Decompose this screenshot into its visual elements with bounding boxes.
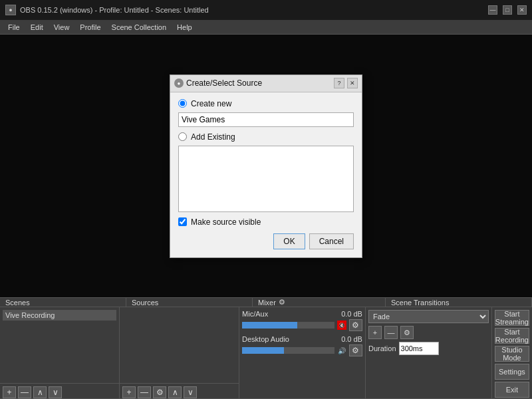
dialog-close-button[interactable]: ✕ — [347, 78, 358, 88]
make-visible-row: Make source visible — [178, 217, 354, 227]
mixer-mic-gear-button[interactable]: ⚙ — [349, 319, 362, 331]
start-recording-button[interactable]: Start Recording — [495, 328, 529, 344]
create-new-radio[interactable] — [178, 99, 187, 108]
fade-row: Fade — [368, 310, 489, 323]
sources-add-button[interactable]: + — [122, 386, 136, 398]
sources-gear-button[interactable]: ⚙ — [153, 386, 166, 398]
scenes-panel-label: Scenes — [0, 298, 126, 307]
mixer-channel-mic: Mic/Aux 0.0 dB 🔇 ⚙ — [242, 310, 362, 331]
mixer-mic-track — [242, 322, 334, 329]
title-bar: ● OBS 0.15.2 (windows) - Profile: Untitl… — [0, 0, 532, 20]
mixer-panel: Mic/Aux 0.0 dB 🔇 ⚙ Desktop Audio 0.0 dB — [239, 307, 366, 399]
scenes-controls: + — ∧ ∨ — [0, 383, 119, 399]
mixer-channel-mic-header: Mic/Aux 0.0 dB — [242, 310, 362, 318]
dialog-titlebar-right: ? ✕ — [334, 78, 358, 88]
mixer-desktop-name: Desktop Audio — [242, 335, 289, 343]
bottom-section: Scenes Sources Mixer ⚙ Scene Transitions… — [0, 297, 532, 398]
mixer-desktop-fill — [242, 347, 284, 354]
scenes-down-button[interactable]: ∨ — [49, 386, 62, 398]
sources-panel-label: Sources — [126, 298, 253, 307]
mixer-mic-db: 0.0 dB — [341, 310, 362, 318]
mixer-desktop-gear-button[interactable]: ⚙ — [349, 344, 362, 356]
restore-button[interactable]: □ — [503, 5, 512, 15]
mixer-mic-name: Mic/Aux — [242, 310, 268, 318]
sources-remove-button[interactable]: — — [138, 386, 151, 398]
panels-row: Vive Recording + — ∧ ∨ + — ⚙ ∧ ∨ — [0, 307, 532, 399]
dialog-info-icon[interactable]: ? — [334, 78, 344, 88]
transitions-gear-button[interactable]: ⚙ — [400, 326, 414, 339]
mixer-channel-desktop: Desktop Audio 0.0 dB 🔊 ⚙ — [242, 335, 362, 356]
menu-help[interactable]: Help — [172, 22, 198, 33]
mixer-mic-mute-button[interactable]: 🔇 — [337, 321, 346, 330]
fade-select[interactable]: Fade — [368, 310, 489, 323]
scenes-remove-button[interactable]: — — [18, 386, 31, 398]
make-visible-checkbox[interactable] — [178, 217, 187, 226]
transitions-remove-button[interactable]: — — [384, 326, 398, 339]
sources-panel: + — ⚙ ∧ ∨ — [120, 307, 239, 399]
mixer-channel-desktop-header: Desktop Audio 0.0 dB — [242, 335, 362, 343]
menu-file[interactable]: File — [3, 22, 25, 33]
menu-edit[interactable]: Edit — [25, 22, 49, 33]
sources-down-button[interactable]: ∨ — [184, 386, 197, 398]
scenes-up-button[interactable]: ∧ — [33, 386, 47, 398]
transitions-panel-label: Scene Transitions — [386, 298, 532, 307]
preview-area: ● Create/Select Source ? ✕ Create new Ad… — [0, 35, 532, 297]
menu-profile[interactable]: Profile — [74, 22, 106, 33]
mixer-desktop-bar-row: 🔊 ⚙ — [242, 344, 362, 356]
dialog-buttons: OK Cancel — [178, 233, 354, 249]
app-icon: ● — [5, 5, 16, 15]
add-existing-label: Add Existing — [191, 132, 235, 142]
add-existing-radio[interactable] — [178, 132, 187, 141]
dialog-titlebar-left: ● Create/Select Source — [174, 78, 262, 88]
mixer-mic-bar-row: 🔇 ⚙ — [242, 319, 362, 331]
menu-scene-collection[interactable]: Scene Collection — [106, 22, 172, 33]
menu-view[interactable]: View — [49, 22, 75, 33]
dialog-title: Create/Select Source — [186, 78, 262, 88]
sources-controls: + — ⚙ ∧ ∨ — [120, 383, 239, 399]
source-name-input[interactable] — [178, 112, 354, 127]
minimize-button[interactable]: — — [488, 5, 497, 15]
trans-btn-row: + — ⚙ — [368, 326, 489, 339]
mixer-mic-fill — [242, 322, 297, 329]
mixer-gear-icon[interactable]: ⚙ — [279, 298, 285, 307]
scene-item[interactable]: Vive Recording — [3, 310, 116, 321]
scenes-panel: Vive Recording + — ∧ ∨ — [0, 307, 120, 399]
mixer-desktop-vol-button[interactable]: 🔊 — [337, 346, 346, 355]
studio-mode-button[interactable]: Studio Mode — [495, 346, 529, 362]
close-button[interactable]: ✕ — [517, 5, 527, 15]
sources-up-button[interactable]: ∧ — [168, 386, 182, 398]
start-streaming-button[interactable]: Start Streaming — [495, 310, 529, 326]
add-existing-row: Add Existing — [178, 132, 354, 142]
exit-button[interactable]: Exit — [495, 382, 529, 398]
dialog-overlay: ● Create/Select Source ? ✕ Create new Ad… — [0, 35, 532, 297]
make-visible-label: Make source visible — [191, 217, 261, 227]
duration-row: Duration — [368, 342, 489, 355]
transitions-add-button[interactable]: + — [368, 326, 382, 339]
dialog-app-icon: ● — [174, 78, 184, 88]
duration-label: Duration — [368, 344, 396, 352]
create-new-row: Create new — [178, 99, 354, 108]
window-title: OBS 0.15.2 (windows) - Profile: Untitled… — [20, 6, 209, 14]
title-bar-left: ● OBS 0.15.2 (windows) - Profile: Untitl… — [5, 5, 209, 15]
existing-sources-list[interactable] — [178, 146, 354, 212]
ok-button[interactable]: OK — [273, 233, 305, 249]
title-bar-controls: — □ ✕ — [488, 5, 527, 15]
dialog-titlebar: ● Create/Select Source ? ✕ — [170, 75, 362, 92]
actions-panel: Start Streaming Start Recording Studio M… — [492, 307, 532, 399]
mixer-desktop-track — [242, 347, 334, 354]
create-new-label: Create new — [191, 99, 231, 108]
create-source-dialog: ● Create/Select Source ? ✕ Create new Ad… — [170, 74, 362, 258]
menu-bar: File Edit View Profile Scene Collection … — [0, 20, 532, 35]
settings-button[interactable]: Settings — [495, 364, 529, 380]
dialog-body: Create new Add Existing Make source visi… — [170, 92, 362, 257]
mixer-desktop-db: 0.0 dB — [341, 335, 362, 343]
scenes-add-button[interactable]: + — [3, 386, 16, 398]
panel-labels-row: Scenes Sources Mixer ⚙ Scene Transitions — [0, 298, 532, 307]
cancel-button[interactable]: Cancel — [309, 233, 354, 249]
transitions-panel: Fade + — ⚙ Duration — [366, 307, 492, 399]
scenes-list: Vive Recording — [0, 307, 119, 383]
mixer-panel-label: Mixer ⚙ — [253, 298, 386, 307]
duration-input[interactable] — [399, 342, 439, 355]
